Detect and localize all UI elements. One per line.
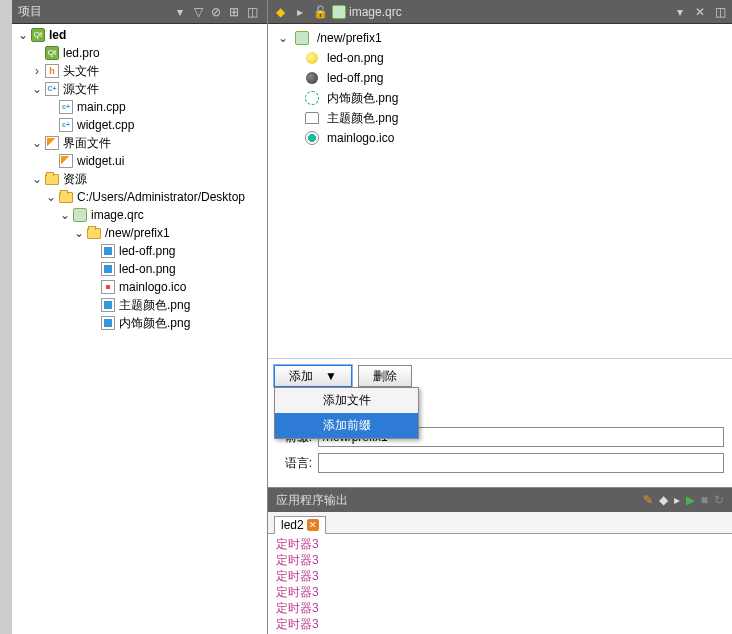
filter-icon[interactable]: ▽ — [189, 5, 207, 19]
qrc-file-icon — [332, 5, 346, 19]
output-line: 定时器3 — [276, 600, 724, 616]
tshirt-icon — [305, 112, 319, 124]
expand-icon[interactable]: ⌄ — [30, 80, 44, 98]
clear-icon[interactable]: ✎ — [643, 493, 653, 507]
resource-path[interactable]: C:/Users/Administrator/Desktop — [77, 188, 245, 206]
output-line: 定时器3 — [276, 552, 724, 568]
resource-file[interactable]: led-on.png — [119, 260, 176, 278]
cpp-file-icon: c+ — [59, 118, 73, 132]
add-prefix-item[interactable]: 添加前缀 — [275, 413, 418, 438]
project-tree[interactable]: ⌄Qtled Qtled.pro ›h头文件 ⌄C+源文件 c+main.cpp… — [12, 24, 267, 634]
folder-icon — [59, 192, 73, 203]
dropdown-icon[interactable]: ▾ — [672, 5, 688, 19]
headers-folder[interactable]: 头文件 — [63, 62, 99, 80]
cpp-file-icon: c+ — [59, 100, 73, 114]
resource-item[interactable]: mainlogo.ico — [327, 131, 394, 145]
split-icon[interactable]: ◫ — [712, 5, 728, 19]
expand-icon[interactable]: ⌄ — [58, 206, 72, 224]
resource-file[interactable]: led-off.png — [119, 242, 176, 260]
add-icon[interactable]: ⊞ — [225, 5, 243, 19]
bulb-off-icon — [306, 72, 318, 84]
prev-icon[interactable]: ◆ — [659, 493, 668, 507]
image-file-icon — [101, 316, 115, 330]
next-icon[interactable]: ▸ — [674, 493, 680, 507]
pro-file[interactable]: led.pro — [63, 44, 100, 62]
expand-icon[interactable]: ⌄ — [30, 134, 44, 152]
add-dropdown: 添加文件 添加前缀 — [274, 387, 419, 439]
editor-tabbar: ◆ ▸ 🔓 image.qrc ▾ ✕ ◫ — [268, 0, 732, 24]
ui-file-icon — [59, 154, 73, 168]
image-file-icon — [101, 298, 115, 312]
qrc-file-icon — [73, 208, 87, 222]
forward-icon[interactable]: ▸ — [292, 5, 308, 19]
project-name[interactable]: led — [49, 26, 66, 44]
resource-file[interactable]: mainlogo.ico — [119, 278, 186, 296]
source-file[interactable]: widget.cpp — [77, 116, 134, 134]
resource-toolbar: 添加▼ 删除 添加文件 添加前缀 — [268, 358, 732, 393]
sources-folder[interactable]: 源文件 — [63, 80, 99, 98]
resource-editor[interactable]: ⌄/new/prefix1 led-on.png led-off.png 内饰颜… — [268, 24, 732, 358]
resource-item[interactable]: led-off.png — [327, 71, 384, 85]
back-icon[interactable]: ◆ — [272, 5, 288, 19]
expand-icon[interactable]: ⌄ — [30, 170, 44, 188]
palette-icon — [305, 91, 319, 105]
output-tab[interactable]: led2✕ — [274, 516, 326, 534]
logo-icon — [305, 131, 319, 145]
folder-icon — [87, 228, 101, 239]
resource-file[interactable]: 内饰颜色.png — [119, 314, 190, 332]
header-folder-icon: h — [45, 64, 59, 78]
project-sidebar: 项目 ▾ ▽ ⊘ ⊞ ◫ ⌄Qtled Qtled.pro ›h头文件 ⌄C+源… — [12, 0, 268, 634]
dropdown-icon[interactable]: ▾ — [171, 5, 189, 19]
split-icon[interactable]: ◫ — [243, 5, 261, 19]
run-icon[interactable]: ▶ — [686, 493, 695, 507]
prefix-folder[interactable]: /new/prefix1 — [105, 224, 170, 242]
sidebar-title: 项目 — [18, 3, 171, 20]
sidebar-header: 项目 ▾ ▽ ⊘ ⊞ ◫ — [12, 0, 267, 24]
resource-item[interactable]: 内饰颜色.png — [327, 90, 398, 107]
bulb-on-icon — [306, 52, 318, 64]
expand-icon[interactable]: ⌄ — [16, 26, 30, 44]
output-line: 定时器3 — [276, 584, 724, 600]
forms-folder[interactable]: 界面文件 — [63, 134, 111, 152]
close-tab-icon[interactable]: ✕ — [692, 5, 708, 19]
output-line: 定时器3 — [276, 536, 724, 552]
output-title: 应用程序输出 — [276, 492, 348, 509]
cpp-folder-icon: C+ — [45, 82, 59, 96]
expand-icon[interactable]: ⌄ — [72, 224, 86, 242]
prefix-node[interactable]: /new/prefix1 — [317, 31, 382, 45]
link-icon[interactable]: ⊘ — [207, 5, 225, 19]
pro-file-icon: Qt — [45, 46, 59, 60]
editor-tab[interactable]: image.qrc — [332, 5, 402, 19]
stop-icon[interactable]: ■ — [701, 493, 708, 507]
output-tabs: led2✕ — [268, 512, 732, 534]
image-file-icon — [101, 244, 115, 258]
output-header: 应用程序输出 ✎ ◆ ▸ ▶ ■ ↻ — [268, 488, 732, 512]
rerun-icon[interactable]: ↻ — [714, 493, 724, 507]
resource-item[interactable]: led-on.png — [327, 51, 384, 65]
lock-icon[interactable]: 🔓 — [312, 5, 328, 19]
image-file-icon — [101, 262, 115, 276]
folder-icon — [45, 174, 59, 185]
ico-file-icon — [101, 280, 115, 294]
close-icon[interactable]: ✕ — [307, 519, 319, 531]
project-icon: Qt — [31, 28, 45, 42]
expand-icon[interactable]: ⌄ — [276, 31, 290, 45]
source-file[interactable]: main.cpp — [77, 98, 126, 116]
output-body[interactable]: 定时器3 定时器3 定时器3 定时器3 定时器3 定时器3 — [268, 534, 732, 634]
language-label: 语言: — [276, 455, 312, 472]
expand-icon[interactable]: ⌄ — [44, 188, 58, 206]
add-button[interactable]: 添加▼ — [274, 365, 352, 387]
output-pane: 应用程序输出 ✎ ◆ ▸ ▶ ■ ↻ led2✕ 定时器3 定时器3 定时器3 … — [268, 487, 732, 634]
editor-panel: ◆ ▸ 🔓 image.qrc ▾ ✕ ◫ ⌄/new/prefix1 led-… — [268, 0, 732, 634]
resource-item[interactable]: 主题颜色.png — [327, 110, 398, 127]
add-file-item[interactable]: 添加文件 — [275, 388, 418, 413]
ui-file[interactable]: widget.ui — [77, 152, 124, 170]
output-line: 定时器3 — [276, 568, 724, 584]
qrc-file[interactable]: image.qrc — [91, 206, 144, 224]
resources-folder[interactable]: 资源 — [63, 170, 87, 188]
resource-file[interactable]: 主题颜色.png — [119, 296, 190, 314]
expand-icon[interactable]: › — [30, 62, 44, 80]
delete-button[interactable]: 删除 — [358, 365, 412, 387]
language-input[interactable] — [318, 453, 724, 473]
forms-folder-icon — [45, 136, 59, 150]
